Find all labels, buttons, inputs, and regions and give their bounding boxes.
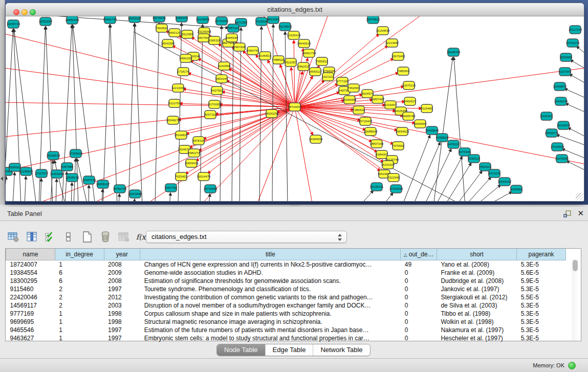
graph-edge[interactable]	[89, 185, 89, 201]
graph-node[interactable]: 9466163	[176, 16, 188, 22]
table-cell[interactable]: Estimation of the future numbers of pati…	[140, 326, 401, 334]
table-cell[interactable]: 1	[55, 310, 104, 318]
table-cell[interactable]: 9465546	[6, 326, 55, 334]
graph-edge[interactable]	[56, 179, 57, 201]
graph-edge-selected[interactable]	[229, 69, 295, 107]
graph-node[interactable]: 16136141	[370, 183, 384, 191]
graph-node[interactable]: 17359928	[69, 149, 83, 158]
graph-edge-selected[interactable]	[295, 68, 584, 107]
graph-node[interactable]: 20206526	[47, 151, 60, 160]
graph-node-selected[interactable]: 10973493	[391, 52, 405, 60]
table-scrollbar-thumb[interactable]	[573, 260, 578, 271]
graph-node-selected[interactable]: 8522057	[285, 58, 297, 67]
table-cell[interactable]: 5.3E-5	[517, 285, 566, 293]
graph-node-selected[interactable]: 9146821	[259, 52, 271, 60]
table-cell[interactable]: 5.6E-5	[517, 269, 566, 277]
network-window-titlebar[interactable]: citations_edges.txt	[6, 3, 584, 16]
graph-node-selected[interactable]: 7625402	[175, 172, 187, 181]
graph-edge[interactable]	[169, 193, 170, 201]
graph-edge[interactable]	[40, 179, 41, 201]
table-row[interactable]: 977716911998Corpus callosum shape and si…	[6, 310, 566, 318]
graph-edge-selected[interactable]	[295, 49, 303, 107]
graph-node[interactable]: 17957235	[82, 176, 96, 184]
graph-node[interactable]: 17016504	[551, 143, 564, 151]
graph-node-selected[interactable]: 8170065	[208, 100, 221, 108]
graph-edge[interactable]	[456, 171, 482, 201]
table-cell[interactable]: 5.5E-5	[517, 293, 566, 301]
graph-node-selected[interactable]: 2718176	[177, 68, 189, 76]
graph-node-selected[interactable]: 9890159	[180, 54, 192, 62]
table-cell[interactable]: Estimation of significance thresholds fo…	[140, 277, 401, 285]
table-cell[interactable]: 2009	[104, 269, 140, 277]
graph-edge[interactable]	[475, 185, 500, 201]
column-header-title[interactable]: title	[140, 249, 401, 260]
graph-node-selected[interactable]: 16961758	[302, 49, 316, 57]
table-cell[interactable]: 49	[401, 260, 437, 269]
graph-edge[interactable]	[102, 189, 103, 201]
table-cell[interactable]: 0	[401, 310, 437, 318]
table-cell[interactable]: 2012	[104, 293, 140, 301]
table-cell[interactable]: Embryonic stem cells: a model to study s…	[140, 334, 401, 342]
graph-node-selected[interactable]: 10993439	[185, 159, 199, 167]
graph-node-selected[interactable]: 16151927	[381, 161, 395, 169]
graph-node[interactable]: 11675345	[555, 155, 569, 163]
graph-node-selected[interactable]: 8267110	[205, 111, 217, 119]
graph-edge[interactable]	[567, 161, 584, 172]
table-selector-dropdown[interactable]: citations_edges.txt	[146, 231, 347, 243]
graph-edge[interactable]	[360, 190, 373, 201]
graph-node-selected[interactable]: 16543382	[161, 39, 175, 48]
table-cell[interactable]: 6	[55, 269, 104, 277]
table-cell[interactable]: Disruption of a novel member of a sodium…	[140, 301, 401, 310]
table-cell[interactable]: Hescheler et al. (1997)	[437, 334, 516, 342]
table-scrollbar[interactable]	[572, 259, 579, 341]
table-cell[interactable]: 22420046	[6, 293, 55, 301]
graph-node[interactable]: 8215353	[540, 112, 553, 120]
table-cell[interactable]: 14569117	[6, 301, 55, 310]
network-canvas-svg[interactable]: 1405572410553287208914062049174310653287…	[6, 16, 584, 201]
delete-table-icon[interactable]	[118, 231, 130, 243]
graph-node[interactable]: 12156829	[19, 167, 33, 176]
table-cell[interactable]: 9777169	[6, 310, 55, 318]
table-cell[interactable]: 1998	[104, 318, 140, 326]
table-cell[interactable]: 2008	[104, 260, 140, 269]
table-cell[interactable]: 0	[401, 277, 437, 285]
graph-edge[interactable]	[565, 103, 584, 114]
table-cell[interactable]: 1997	[104, 326, 140, 334]
graph-node-selected[interactable]: 1621022	[322, 73, 334, 81]
table-cell[interactable]: Yano et al. (2008)	[437, 260, 516, 269]
delete-column-icon[interactable]	[99, 231, 112, 243]
graph-node-selected[interactable]: 7462663	[347, 84, 360, 92]
graph-node-selected[interactable]: 2803144	[215, 75, 228, 83]
table-cell[interactable]: Tibbo et al. (1998)	[437, 310, 516, 318]
graph-edge[interactable]	[135, 24, 142, 201]
graph-node-selected[interactable]: 9115460	[421, 104, 433, 113]
graph-node-selected[interactable]: 19384554	[309, 135, 323, 143]
tab-node-table[interactable]: Node Table	[217, 344, 265, 356]
graph-node-selected[interactable]: 1862615	[297, 62, 310, 71]
table-cell[interactable]: 2008	[104, 277, 140, 285]
graph-node-selected[interactable]: 18300295	[265, 110, 279, 118]
table-cell[interactable]: 9115460	[6, 285, 55, 293]
graph-edge[interactable]	[119, 194, 119, 201]
graph-node-selected[interactable]: 7485063	[397, 67, 409, 75]
table-cell[interactable]: 5.3E-5	[517, 334, 566, 342]
graph-edge[interactable]	[424, 149, 451, 201]
graph-edge[interactable]	[445, 163, 471, 201]
graph-node-selected[interactable]: 7663822	[156, 24, 168, 32]
graph-node[interactable]: 15117104	[569, 26, 582, 34]
column-header-in_degree[interactable]: in_degree	[55, 249, 104, 260]
graph-node-selected[interactable]: 18640910	[297, 39, 311, 48]
graph-node[interactable]: 15276021	[153, 16, 166, 22]
graph-node-selected[interactable]: 5878334	[192, 137, 205, 145]
table-cell[interactable]: 9463627	[6, 334, 55, 342]
table-cell[interactable]: 5.3E-5	[517, 310, 566, 318]
close-panel-icon[interactable]: ✕	[577, 209, 584, 218]
graph-node-selected[interactable]: 7588520	[272, 56, 285, 64]
graph-node-selected[interactable]: 15166827	[175, 131, 188, 139]
float-window-icon[interactable]	[563, 210, 572, 218]
table-row[interactable]: 1830029562008Estimation of significance …	[6, 277, 566, 285]
column-header-short[interactable]: short	[437, 249, 516, 260]
graph-node[interactable]: 10719155	[215, 17, 229, 25]
graph-node-selected[interactable]: 7522945	[387, 173, 400, 182]
graph-node[interactable]: 7857224	[227, 24, 239, 32]
